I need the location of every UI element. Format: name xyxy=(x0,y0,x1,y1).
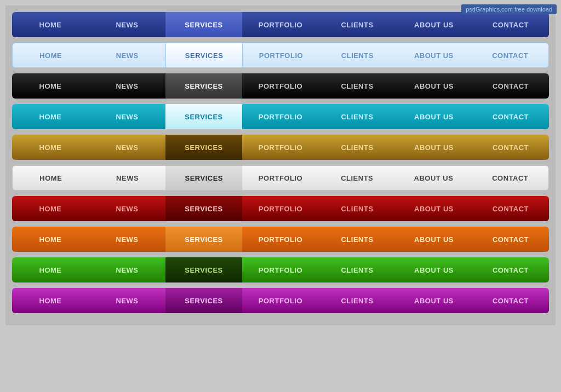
nav-item-about-us-bar5[interactable]: ABOUT US xyxy=(396,135,472,160)
nav-item-news-bar7[interactable]: NEWS xyxy=(89,196,165,221)
nav-item-services-bar10[interactable]: SERVICES xyxy=(165,288,242,313)
nav-item-about-us-bar2[interactable]: ABOUT US xyxy=(396,43,472,67)
nav-wrapper-8: HOMENEWSSERVICESPORTFOLIOCLIENTSABOUT US… xyxy=(12,227,549,252)
nav-item-news-bar4[interactable]: NEWS xyxy=(89,104,165,129)
nav-wrapper-4: HOMENEWSSERVICESPORTFOLIOCLIENTSABOUT US… xyxy=(12,104,549,129)
nav-item-home-bar1[interactable]: HOME xyxy=(12,12,89,37)
watermark-brand: psdGraphics xyxy=(466,6,500,13)
nav-wrapper-3: HOMENEWSSERVICESPORTFOLIOCLIENTSABOUT US… xyxy=(12,73,549,99)
nav-item-contact-bar5[interactable]: CONTACT xyxy=(472,135,549,160)
nav-bar-2: HOMENEWSSERVICESPORTFOLIOCLIENTSABOUT US… xyxy=(12,43,549,68)
nav-item-contact-bar1[interactable]: CONTACT xyxy=(472,12,549,37)
nav-item-news-bar2[interactable]: NEWS xyxy=(89,43,165,67)
nav-item-clients-bar3[interactable]: CLIENTS xyxy=(319,73,396,99)
nav-item-services-bar7[interactable]: SERVICES xyxy=(165,196,242,221)
nav-item-contact-bar7[interactable]: CONTACT xyxy=(472,196,549,221)
nav-item-news-bar10[interactable]: NEWS xyxy=(89,288,165,313)
nav-wrapper-5: HOMENEWSSERVICESPORTFOLIOCLIENTSABOUT US… xyxy=(12,135,549,160)
nav-item-home-bar7[interactable]: HOME xyxy=(12,196,89,221)
nav-item-portfolio-bar1[interactable]: PORTFOLIO xyxy=(242,12,319,37)
nav-item-portfolio-bar2[interactable]: PORTFOLIO xyxy=(243,43,319,67)
nav-item-about-us-bar1[interactable]: ABOUT US xyxy=(396,12,472,37)
nav-item-clients-bar9[interactable]: CLIENTS xyxy=(319,257,396,283)
page-background: psdGraphics.com free download HOMENEWSSE… xyxy=(5,5,556,325)
nav-item-portfolio-bar4[interactable]: PORTFOLIO xyxy=(242,104,319,129)
nav-item-contact-bar8[interactable]: CONTACT xyxy=(472,227,549,252)
nav-wrapper-9: HOMENEWSSERVICESPORTFOLIOCLIENTSABOUT US… xyxy=(12,257,549,283)
nav-item-home-bar9[interactable]: HOME xyxy=(12,257,89,283)
nav-item-about-us-bar3[interactable]: ABOUT US xyxy=(396,73,472,99)
nav-item-services-bar1[interactable]: SERVICES xyxy=(165,12,242,37)
nav-bar-7: HOMENEWSSERVICESPORTFOLIOCLIENTSABOUT US… xyxy=(12,196,549,221)
nav-item-home-bar8[interactable]: HOME xyxy=(12,227,89,252)
nav-item-clients-bar4[interactable]: CLIENTS xyxy=(319,104,396,129)
nav-item-contact-bar9[interactable]: CONTACT xyxy=(472,257,549,283)
nav-item-about-us-bar4[interactable]: ABOUT US xyxy=(396,104,472,129)
nav-item-home-bar4[interactable]: HOME xyxy=(12,104,89,129)
nav-item-services-bar8[interactable]: SERVICES xyxy=(165,227,242,252)
nav-item-news-bar3[interactable]: NEWS xyxy=(89,73,165,99)
nav-item-contact-bar4[interactable]: CONTACT xyxy=(472,104,549,129)
nav-item-contact-bar6[interactable]: CONTACT xyxy=(472,166,548,190)
watermark-badge: psdGraphics.com free download xyxy=(461,4,557,14)
nav-item-portfolio-bar9[interactable]: PORTFOLIO xyxy=(242,257,319,283)
nav-item-portfolio-bar5[interactable]: PORTFOLIO xyxy=(242,135,319,160)
nav-item-portfolio-bar10[interactable]: PORTFOLIO xyxy=(242,288,319,313)
nav-item-contact-bar10[interactable]: CONTACT xyxy=(472,288,549,313)
nav-item-news-bar9[interactable]: NEWS xyxy=(89,257,165,283)
nav-wrapper-1: HOMENEWSSERVICESPORTFOLIOCLIENTSABOUT US… xyxy=(12,12,549,37)
nav-bar-9: HOMENEWSSERVICESPORTFOLIOCLIENTSABOUT US… xyxy=(12,257,549,283)
nav-item-news-bar1[interactable]: NEWS xyxy=(89,12,165,37)
nav-bar-1: HOMENEWSSERVICESPORTFOLIOCLIENTSABOUT US… xyxy=(12,12,549,37)
nav-bar-10: HOMENEWSSERVICESPORTFOLIOCLIENTSABOUT US… xyxy=(12,288,549,313)
nav-item-services-bar2[interactable]: SERVICES xyxy=(165,43,243,67)
nav-item-about-us-bar9[interactable]: ABOUT US xyxy=(396,257,472,283)
nav-item-news-bar8[interactable]: NEWS xyxy=(89,227,165,252)
nav-wrapper-10: HOMENEWSSERVICESPORTFOLIOCLIENTSABOUT US… xyxy=(12,288,549,313)
nav-item-clients-bar7[interactable]: CLIENTS xyxy=(319,196,396,221)
nav-item-about-us-bar7[interactable]: ABOUT US xyxy=(396,196,472,221)
nav-item-home-bar5[interactable]: HOME xyxy=(12,135,89,160)
nav-item-home-bar2[interactable]: HOME xyxy=(13,43,89,67)
nav-container: HOMENEWSSERVICESPORTFOLIOCLIENTSABOUT US… xyxy=(12,12,549,313)
nav-bar-4: HOMENEWSSERVICESPORTFOLIOCLIENTSABOUT US… xyxy=(12,104,549,129)
nav-item-clients-bar1[interactable]: CLIENTS xyxy=(319,12,396,37)
nav-wrapper-6: HOMENEWSSERVICESPORTFOLIOCLIENTSABOUT US… xyxy=(12,165,549,191)
nav-bar-6: HOMENEWSSERVICESPORTFOLIOCLIENTSABOUT US… xyxy=(12,165,549,191)
nav-item-clients-bar6[interactable]: CLIENTS xyxy=(319,166,396,190)
nav-bar-8: HOMENEWSSERVICESPORTFOLIOCLIENTSABOUT US… xyxy=(12,227,549,252)
nav-item-services-bar9[interactable]: SERVICES xyxy=(165,257,242,283)
nav-item-portfolio-bar8[interactable]: PORTFOLIO xyxy=(242,227,319,252)
nav-item-portfolio-bar3[interactable]: PORTFOLIO xyxy=(242,73,319,99)
nav-item-home-bar3[interactable]: HOME xyxy=(12,73,89,99)
nav-item-contact-bar2[interactable]: CONTACT xyxy=(472,43,548,67)
nav-item-clients-bar2[interactable]: CLIENTS xyxy=(319,43,396,67)
nav-item-portfolio-bar7[interactable]: PORTFOLIO xyxy=(242,196,319,221)
nav-item-portfolio-bar6[interactable]: PORTFOLIO xyxy=(242,166,319,190)
nav-item-home-bar6[interactable]: HOME xyxy=(13,166,89,190)
nav-item-news-bar5[interactable]: NEWS xyxy=(89,135,165,160)
nav-bar-5: HOMENEWSSERVICESPORTFOLIOCLIENTSABOUT US… xyxy=(12,135,549,160)
nav-item-services-bar5[interactable]: SERVICES xyxy=(165,135,242,160)
nav-item-clients-bar8[interactable]: CLIENTS xyxy=(319,227,396,252)
nav-item-about-us-bar6[interactable]: ABOUT US xyxy=(396,166,472,190)
nav-item-news-bar6[interactable]: NEWS xyxy=(89,166,166,190)
nav-wrapper-2: HOMENEWSSERVICESPORTFOLIOCLIENTSABOUT US… xyxy=(12,43,549,68)
nav-item-about-us-bar10[interactable]: ABOUT US xyxy=(396,288,472,313)
nav-item-about-us-bar8[interactable]: ABOUT US xyxy=(396,227,472,252)
nav-item-services-bar6[interactable]: SERVICES xyxy=(165,166,242,190)
nav-item-clients-bar5[interactable]: CLIENTS xyxy=(319,135,396,160)
nav-item-home-bar10[interactable]: HOME xyxy=(12,288,89,313)
nav-bar-3: HOMENEWSSERVICESPORTFOLIOCLIENTSABOUT US… xyxy=(12,73,549,99)
nav-item-services-bar3[interactable]: SERVICES xyxy=(165,73,242,99)
nav-item-contact-bar3[interactable]: CONTACT xyxy=(472,73,549,99)
nav-item-clients-bar10[interactable]: CLIENTS xyxy=(319,288,396,313)
watermark-suffix: .com free download xyxy=(500,6,552,13)
nav-wrapper-7: HOMENEWSSERVICESPORTFOLIOCLIENTSABOUT US… xyxy=(12,196,549,221)
nav-item-services-bar4[interactable]: SERVICES xyxy=(165,104,242,129)
